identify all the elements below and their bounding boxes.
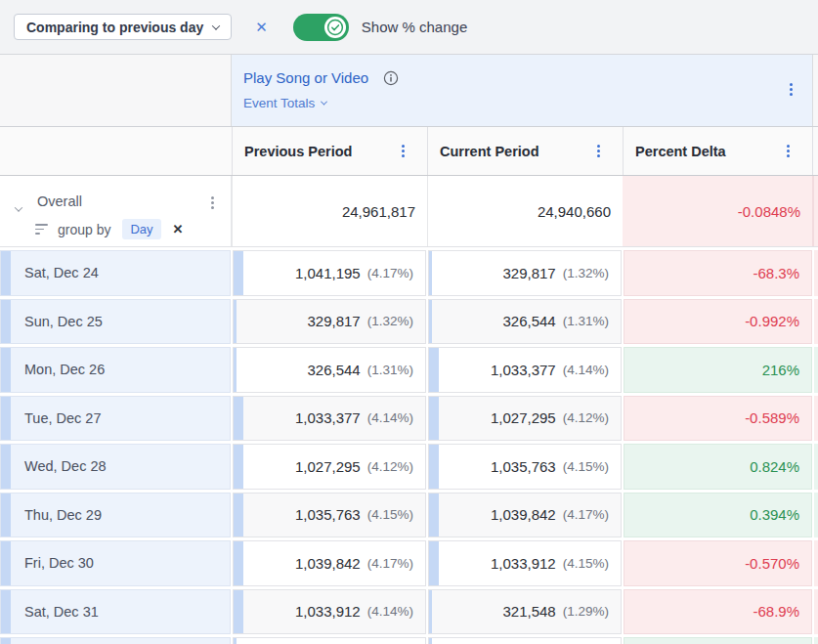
current-value: 321,548 [502, 603, 555, 620]
current-percent: (4.15%) [563, 459, 609, 474]
overall-delta-value: -0.0848% [738, 203, 800, 220]
previous-value: 1,027,295 [295, 458, 361, 475]
current-bar [429, 348, 439, 392]
overall-label: Overall [37, 193, 82, 209]
delta-cell[interactable]: -68.9% [624, 589, 812, 635]
edge-sliver-cell [814, 250, 818, 296]
current-period-cell[interactable]: 1,027,295 (4.12%) [428, 396, 622, 442]
current-percent: (1.29%) [563, 604, 609, 619]
overall-label-cell[interactable]: Overall group by Day ✕ [0, 176, 232, 246]
event-menu-kebab-icon[interactable] [787, 80, 796, 99]
overall-previous-value: 24,961,817 [342, 203, 415, 220]
current-period-cell[interactable]: 329,817 (1.32%) [428, 250, 622, 296]
delta-cell[interactable]: 0.824% [624, 444, 812, 490]
delta-value: 0.824% [750, 458, 799, 475]
table-row: Fri, Dec 30 1,039,842 (4.17%) 1,033,912 … [0, 540, 818, 586]
previous-period-cell[interactable]: 1,039,842 (4.17%) [233, 540, 426, 586]
current-period-cell[interactable] [428, 637, 622, 644]
overall-delta-cell[interactable]: -0.0848% [623, 176, 812, 246]
edge-sliver-cell [814, 493, 818, 538]
row-label: Sat, Dec 24 [24, 265, 99, 280]
column-menu-kebab-icon[interactable] [784, 142, 793, 160]
delta-value: -68.9% [753, 603, 799, 620]
delta-value: -0.589% [745, 409, 799, 426]
compare-period-dropdown[interactable]: Comparing to previous day [14, 14, 232, 40]
row-label-cell[interactable]: Fri, Dec 30 [0, 540, 231, 586]
row-label-cell[interactable]: Sat, Dec 31 [0, 589, 231, 635]
delta-value: -68.3% [753, 265, 799, 281]
previous-period-cell[interactable]: 1,035,763 (4.15%) [233, 493, 426, 538]
overall-previous-cell[interactable]: 24,961,817 [232, 176, 427, 246]
previous-bar [234, 397, 243, 441]
remove-comparison-icon[interactable]: ✕ [255, 19, 268, 36]
previous-bar [234, 590, 243, 634]
toggle-check-icon [324, 17, 346, 38]
row-label-cell[interactable]: Thu, Dec 29 [0, 493, 231, 538]
column-header-percent-delta[interactable]: Percent Delta [623, 127, 812, 175]
current-percent: (1.32%) [563, 266, 609, 280]
metric-selector[interactable]: Event Totals [243, 96, 326, 110]
current-bar [429, 300, 432, 344]
table-row: Wed, Dec 28 1,027,295 (4.12%) 1,035,763 … [0, 444, 818, 490]
previous-percent: (1.32%) [367, 314, 413, 328]
collapse-chevron-icon[interactable] [15, 203, 22, 211]
remove-group-by-icon[interactable]: ✕ [173, 222, 184, 236]
group-by-day-chip[interactable]: Day [122, 219, 160, 239]
current-percent: (4.15%) [563, 556, 609, 571]
previous-value: 329,817 [307, 313, 360, 329]
current-period-cell[interactable]: 1,033,912 (4.15%) [428, 540, 622, 586]
table-row: Mon, Dec 26 326,544 (1.31%) 1,033,377 (4… [0, 347, 818, 393]
previous-percent: (4.14%) [367, 410, 413, 425]
previous-period-cell[interactable]: 1,033,377 (4.14%) [233, 396, 426, 442]
delta-cell[interactable]: 0.394% [624, 493, 812, 538]
current-period-cell[interactable]: 1,035,763 (4.15%) [428, 444, 622, 490]
previous-period-cell[interactable]: 1,041,195 (4.17%) [233, 250, 426, 296]
column-header-previous-period[interactable]: Previous Period [232, 127, 427, 175]
overall-menu-kebab-icon[interactable] [208, 193, 217, 212]
row-label-cell[interactable]: Sat, Dec 24 [0, 250, 231, 296]
delta-cell[interactable]: -68.3% [624, 250, 812, 296]
row-label-cell[interactable]: Sun, Dec 25 [0, 299, 231, 345]
table-row: Thu, Dec 29 1,035,763 (4.15%) 1,039,842 … [0, 493, 818, 538]
column-header-label: Previous Period [244, 144, 352, 159]
column-menu-kebab-icon[interactable] [594, 142, 603, 160]
series-color-stripe [1, 541, 11, 585]
column-header-current-period[interactable]: Current Period [427, 127, 623, 175]
delta-cell[interactable]: -0.589% [624, 396, 812, 442]
current-period-cell[interactable]: 321,548 (1.29%) [428, 589, 622, 635]
table-row [0, 637, 818, 644]
current-period-cell[interactable]: 326,544 (1.31%) [428, 299, 622, 345]
event-header-spacer [0, 55, 232, 126]
info-icon[interactable] [383, 70, 399, 86]
row-label-cell[interactable]: Wed, Dec 28 [0, 444, 231, 490]
previous-value: 1,035,763 [295, 506, 361, 523]
current-period-cell[interactable]: 1,033,377 (4.14%) [428, 347, 622, 393]
previous-period-cell[interactable]: 329,817 (1.32%) [233, 299, 426, 345]
previous-bar [234, 541, 243, 585]
current-period-cell[interactable]: 1,039,842 (4.17%) [428, 493, 622, 538]
row-label-cell[interactable] [0, 637, 231, 644]
overall-current-cell[interactable]: 24,940,660 [427, 176, 623, 246]
comparison-table-view: Comparing to previous day ✕ Show % chang… [0, 0, 818, 644]
previous-period-cell[interactable]: 1,027,295 (4.12%) [233, 444, 426, 490]
show-percent-change-toggle[interactable] [293, 14, 349, 41]
overall-row: Overall group by Day ✕ 24,961,817 24,940… [0, 176, 818, 247]
event-title[interactable]: Play Song or Video [243, 69, 368, 86]
previous-period-cell[interactable]: 1,033,912 (4.14%) [233, 589, 426, 635]
row-label: Fri, Dec 30 [24, 555, 94, 571]
row-label-cell[interactable]: Mon, Dec 26 [0, 347, 231, 393]
current-bar [429, 590, 432, 634]
previous-period-cell[interactable]: 326,544 (1.31%) [233, 347, 426, 393]
column-menu-kebab-icon[interactable] [399, 142, 408, 160]
delta-cell[interactable] [624, 637, 812, 644]
next-column-header-edge [812, 127, 818, 175]
column-header-spacer [0, 127, 232, 175]
current-value: 1,033,912 [491, 555, 556, 572]
previous-period-cell[interactable] [233, 637, 426, 644]
delta-cell[interactable]: -0.992% [624, 299, 812, 345]
delta-cell[interactable]: -0.570% [624, 540, 812, 586]
row-label-cell[interactable]: Tue, Dec 27 [0, 396, 231, 442]
delta-cell[interactable]: 216% [624, 347, 812, 393]
previous-value: 1,041,195 [295, 265, 361, 281]
compare-period-label: Comparing to previous day [26, 20, 203, 35]
